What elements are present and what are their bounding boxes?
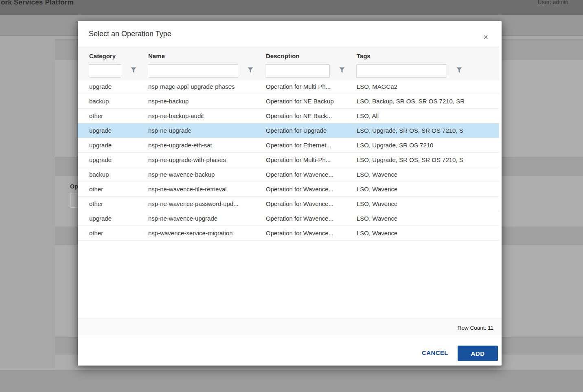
column-header-name: Name [148,53,165,59]
cell-category: upgrade [89,138,142,152]
table-row[interactable]: upgrade nsp-ne-upgrade Operation for Upg… [78,123,499,138]
user-label: User: admin [538,0,568,5]
dialog-title: Select an Operation Type [89,30,171,38]
cell-name: nsp-ne-backup-audit [148,109,261,123]
table-header: Category Name Description Tags [78,47,499,79]
cell-description: Operation for NE Backup [266,94,352,108]
table-row[interactable]: backup nsp-ne-wavence-backup Operation f… [78,167,499,182]
name-filter-icon[interactable] [248,67,253,73]
column-header-category: Category [89,53,116,59]
cell-category: upgrade [89,153,142,167]
app-top-bar: ork Services Platform User: admin [0,0,583,15]
select-operation-type-dialog: Select an Operation Type × Category Name… [78,21,502,366]
cell-name: nsp-ne-upgrade-eth-sat [148,138,261,152]
tags-filter-icon[interactable] [456,67,462,73]
cell-category: other [89,226,142,240]
table-body: upgrade nsp-magc-appl-upgrade-phases Ope… [78,79,499,241]
cell-description: Operation for Upgrade [266,123,352,138]
category-filter-input[interactable] [89,64,121,78]
cell-category: backup [89,167,142,182]
row-count-strip: Row Count: 11 [78,318,502,338]
cell-name: nsp-magc-appl-upgrade-phases [148,79,261,94]
cell-tags: LSO, Wavence [357,167,497,182]
cell-name: nsp-ne-wavence-file-retrieval [148,182,261,196]
cancel-button[interactable]: CANCEL [422,349,448,356]
cell-tags: LSO, MAGCa2 [357,79,497,94]
cell-category: upgrade [89,79,142,94]
cell-tags: LSO, Upgrade, SR OS 7210 [357,138,497,152]
description-filter-icon[interactable] [339,67,345,73]
cell-description: Operation for Wavence... [266,197,352,211]
table-row[interactable]: upgrade nsp-ne-upgrade-eth-sat Operation… [78,138,499,153]
table-row[interactable]: other nsp-ne-wavence-password-upd... Ope… [78,197,499,211]
cell-name: nsp-ne-backup [148,94,261,108]
cell-tags: LSO, All [357,109,497,123]
cell-description: Operation for Multi-Ph... [266,79,352,94]
row-count-label: Row Count: 11 [458,325,493,331]
cell-tags: LSO, Wavence [357,226,497,240]
add-button[interactable]: ADD [458,346,498,361]
cell-tags: LSO, Wavence [357,197,497,211]
description-filter-input[interactable] [265,64,330,78]
table-row[interactable]: other nsp-ne-wavence-file-retrieval Oper… [78,182,499,197]
cell-name: nsp-wavence-service-migration [148,226,261,240]
cell-category: upgrade [89,123,142,138]
cell-tags: LSO, Wavence [357,211,497,226]
cell-category: other [89,182,142,196]
cell-name: nsp-ne-upgrade [148,123,261,138]
name-filter-input[interactable] [148,64,238,78]
category-filter-icon[interactable] [131,67,136,73]
cell-tags: LSO, Upgrade, SR OS, SR OS 7210, S [357,153,497,167]
table-row[interactable]: upgrade nsp-ne-wavence-upgrade Operation… [78,211,499,226]
cell-name: nsp-ne-wavence-password-upd... [148,197,261,211]
cell-name: nsp-ne-wavence-backup [148,167,261,182]
cell-description: Operation for NE Back... [266,109,352,123]
table-row[interactable]: other nsp-ne-backup-audit Operation for … [78,109,499,123]
cell-description: Operation for Wavence... [266,211,352,226]
cell-description: Operation for Wavence... [266,182,352,196]
table-row[interactable]: upgrade nsp-magc-appl-upgrade-phases Ope… [78,79,499,94]
cell-description: Operation for Ethernet... [266,138,352,152]
cell-category: upgrade [89,211,142,226]
cell-category: other [89,109,142,123]
table-row[interactable]: upgrade nsp-ne-upgrade-with-phases Opera… [78,153,499,167]
operation-field-label: Op [70,183,78,190]
cell-name: nsp-ne-upgrade-with-phases [148,153,261,167]
app-title: ork Services Platform [1,0,74,7]
table-row[interactable]: other nsp-wavence-service-migration Oper… [78,226,499,241]
column-header-description: Description [266,53,300,59]
cell-tags: LSO, Wavence [357,182,497,196]
cell-tags: LSO, Backup, SR OS, SR OS 7210, SR [357,94,497,108]
cell-description: Operation for Wavence... [266,167,352,182]
column-header-tags: Tags [357,53,370,59]
cell-tags: LSO, Upgrade, SR OS, SR OS 7210, S [357,123,497,138]
cell-name: nsp-ne-wavence-upgrade [148,211,261,226]
close-icon[interactable]: × [480,32,491,42]
table-row[interactable]: backup nsp-ne-backup Operation for NE Ba… [78,94,499,109]
cell-category: backup [89,94,142,108]
page-footer-bar: Create Another CANCEL [0,370,583,392]
cell-category: other [89,197,142,211]
cell-description: Operation for Wavence... [266,226,352,240]
tags-filter-input[interactable] [356,64,447,78]
cell-description: Operation for Multi-Ph... [266,153,352,167]
